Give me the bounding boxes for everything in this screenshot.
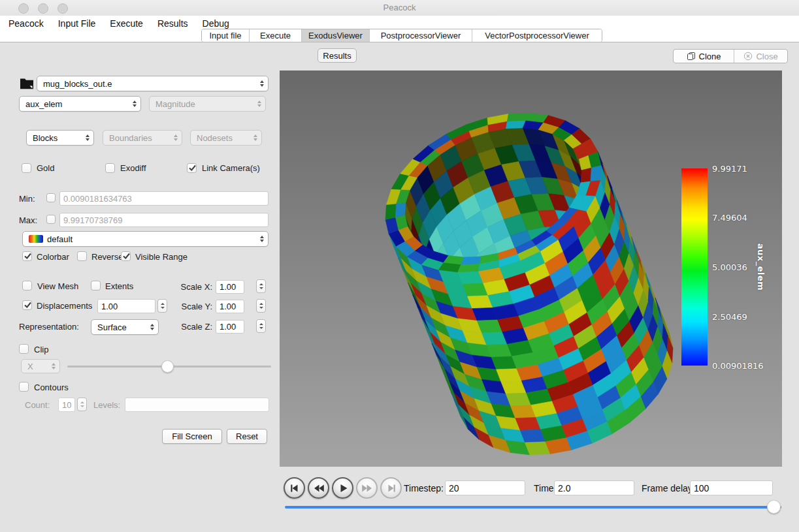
goto-start-button[interactable]: [284, 477, 305, 499]
check-icon: [188, 163, 197, 172]
scale-y-field[interactable]: [216, 300, 244, 313]
rewind-icon: [312, 482, 325, 495]
main-tabbar: Input file Execute ExodusViewer Postproc…: [201, 29, 602, 42]
gold-checkbox[interactable]: [22, 163, 31, 173]
representation-label: Representation:: [19, 322, 79, 332]
scale-z-field[interactable]: [216, 320, 244, 334]
link-cameras-label: Link Camera(s): [202, 163, 260, 173]
up-down-chevrons-icon: [260, 80, 264, 87]
frame-delay-field[interactable]: [690, 480, 773, 495]
exodusviewer-pane: Results Clone Close mug_blocks_out.e aux…: [0, 42, 799, 532]
fill-screen-button[interactable]: Fill Screen: [162, 429, 222, 444]
blocks-combobox-value: Blocks: [33, 133, 57, 143]
tab-results[interactable]: Results: [318, 48, 357, 63]
scale-z-label: Scale Z:: [165, 322, 212, 332]
time-label: Time:: [534, 483, 556, 493]
header: Peacock Input File Execute Results Debug…: [0, 16, 799, 42]
link-cameras-checkbox[interactable]: [187, 163, 197, 173]
visible-range-checkbox[interactable]: [121, 251, 131, 261]
menu-results[interactable]: Results: [157, 18, 188, 29]
colormap-combobox-value: default: [47, 234, 73, 244]
clone-close-group: Clone Close: [673, 49, 788, 63]
boundaries-combobox: Boundaries: [103, 130, 182, 146]
tab-vectorpostprocessorviewer[interactable]: VectorPostprocessorViewer: [472, 29, 602, 42]
extents-checkbox[interactable]: [91, 281, 101, 290]
variable-combobox[interactable]: aux_elem: [19, 96, 141, 112]
time-field[interactable]: [554, 480, 634, 495]
min-label: Min:: [19, 194, 35, 204]
copy-pages-icon: [687, 52, 696, 61]
tab-input-file[interactable]: Input file: [202, 29, 250, 42]
timestep-slider-track[interactable]: [285, 506, 781, 509]
displacements-checkbox[interactable]: [22, 300, 32, 310]
up-down-chevrons-icon: [52, 363, 56, 369]
scale-y-stepper[interactable]: [256, 299, 266, 313]
contours-label: Contours: [34, 383, 69, 392]
clip-label: Clip: [34, 345, 48, 354]
exodiff-checkbox[interactable]: [105, 163, 115, 173]
displacements-label: Displacements: [37, 301, 92, 311]
colormap-combobox[interactable]: default: [22, 231, 269, 247]
contours-checkbox[interactable]: [19, 382, 29, 392]
clip-axis-combobox: X: [21, 359, 60, 373]
window-title: Peacock: [0, 3, 799, 12]
boundaries-combobox-value: Boundaries: [109, 133, 152, 143]
frame-delay-label: Frame delay:: [642, 483, 695, 493]
fast-forward-icon: [361, 482, 374, 495]
blocks-combobox[interactable]: Blocks: [26, 130, 94, 146]
reverse-label: Reverse: [91, 252, 123, 262]
circle-x-icon: [743, 52, 753, 61]
nodesets-combobox-value: Nodesets: [197, 133, 233, 143]
view-mesh-checkbox[interactable]: [22, 281, 32, 290]
contours-levels-label: Levels:: [93, 400, 120, 410]
file-combobox[interactable]: mug_blocks_out.e: [37, 76, 269, 91]
gold-label: Gold: [37, 163, 54, 173]
timestep-field[interactable]: [445, 480, 525, 495]
clone-button[interactable]: Clone: [674, 50, 734, 63]
representation-combobox[interactable]: Surface: [91, 319, 159, 335]
colorbar-checkbox[interactable]: [22, 251, 32, 261]
visible-range-label: Visible Range: [135, 252, 188, 262]
up-down-chevrons-icon: [150, 324, 154, 330]
clip-checkbox[interactable]: [19, 344, 29, 354]
contours-count-field: [58, 398, 75, 412]
tab-execute[interactable]: Execute: [250, 29, 302, 42]
component-combobox-value: Magnitude: [155, 99, 195, 109]
scale-x-field[interactable]: [216, 280, 244, 294]
menu-peacock[interactable]: Peacock: [8, 18, 44, 29]
menubar: Peacock Input File Execute Results Debug: [8, 17, 229, 30]
colorbar-tick: 2.50469: [712, 312, 747, 322]
min-field[interactable]: [59, 191, 269, 206]
tab-postprocessorviewer[interactable]: PostprocessorViewer: [370, 29, 472, 42]
min-checkbox[interactable]: [46, 193, 56, 202]
max-checkbox[interactable]: [46, 215, 56, 224]
scale-z-stepper[interactable]: [256, 319, 266, 333]
close-button: Close: [734, 50, 787, 63]
displacements-field[interactable]: [97, 299, 155, 313]
check-icon: [23, 251, 33, 260]
up-down-chevrons-icon: [253, 134, 257, 141]
up-down-chevrons-icon: [260, 236, 264, 242]
menu-execute[interactable]: Execute: [110, 18, 143, 29]
tab-exodusviewer[interactable]: ExodusViewer: [302, 29, 370, 42]
max-field[interactable]: [59, 213, 269, 227]
reverse-checkbox[interactable]: [77, 251, 87, 261]
clone-label: Clone: [699, 52, 721, 61]
contours-count-stepper: [77, 398, 87, 411]
menu-input-file[interactable]: Input File: [58, 18, 96, 29]
up-down-chevrons-icon: [257, 101, 261, 107]
rewind-button[interactable]: [308, 477, 329, 499]
colorbar-tick: 5.00036: [712, 262, 747, 272]
open-file-folder-icon[interactable]: [20, 77, 34, 89]
scale-x-stepper[interactable]: [256, 279, 266, 293]
contours-levels-field: [125, 398, 269, 412]
timestep-label: Timestep:: [404, 483, 444, 493]
render-viewport[interactable]: 9.99171 7.49604 5.00036 2.50469 0.009018…: [280, 70, 782, 467]
reset-button[interactable]: Reset: [227, 429, 267, 444]
menu-debug[interactable]: Debug: [203, 18, 229, 29]
play-button[interactable]: [332, 477, 353, 499]
colorbar-tick: 0.00901816: [712, 361, 764, 371]
scale-y-label: Scale Y:: [165, 302, 212, 311]
timestep-slider-thumb[interactable]: [767, 500, 781, 514]
colorbar-label: Colorbar: [37, 252, 69, 262]
